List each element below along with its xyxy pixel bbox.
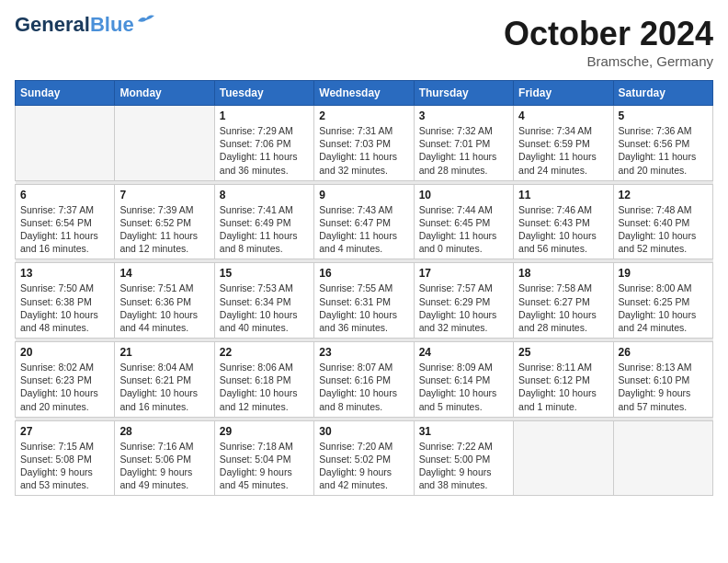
day-info: Sunrise: 7:18 AMSunset: 5:04 PMDaylight:… [220,440,309,492]
day-info: Sunrise: 7:37 AMSunset: 6:54 PMDaylight:… [20,203,109,256]
day-number: 15 [220,267,309,280]
day-number: 9 [319,189,408,201]
day-info: Sunrise: 7:16 AMSunset: 5:06 PMDaylight:… [119,440,209,492]
day-number: 23 [319,346,408,359]
calendar-cell [16,106,115,181]
calendar-cell: 30Sunrise: 7:20 AMSunset: 5:02 PMDayligh… [314,420,414,496]
col-sunday: Sunday [16,81,115,106]
calendar-cell: 15Sunrise: 7:53 AMSunset: 6:34 PMDayligh… [214,263,313,339]
calendar-cell: 28Sunrise: 7:16 AMSunset: 5:06 PMDayligh… [115,420,214,496]
day-number: 7 [119,189,209,201]
day-info: Sunrise: 7:41 AMSunset: 6:49 PMDaylight:… [220,203,309,256]
day-number: 31 [419,425,508,438]
day-number: 22 [220,346,309,359]
day-info: Sunrise: 8:02 AMSunset: 6:23 PMDaylight:… [20,361,109,413]
calendar-week-3: 13Sunrise: 7:50 AMSunset: 6:38 PMDayligh… [16,263,713,339]
day-number: 4 [518,109,608,122]
day-info: Sunrise: 7:36 AMSunset: 6:56 PMDaylight:… [619,124,708,177]
day-number: 18 [518,267,608,280]
day-number: 29 [220,425,309,438]
day-number: 16 [319,267,408,280]
calendar-cell: 11Sunrise: 7:46 AMSunset: 6:43 PMDayligh… [514,184,613,259]
calendar-cell: 27Sunrise: 7:15 AMSunset: 5:08 PMDayligh… [16,420,115,496]
day-number: 8 [220,189,309,201]
calendar-week-1: 1Sunrise: 7:29 AMSunset: 7:06 PMDaylight… [16,106,713,181]
day-number: 3 [419,109,508,122]
day-info: Sunrise: 7:29 AMSunset: 7:06 PMDaylight:… [220,124,309,177]
day-info: Sunrise: 8:04 AMSunset: 6:21 PMDaylight:… [119,361,209,413]
day-info: Sunrise: 7:34 AMSunset: 6:59 PMDaylight:… [518,124,608,177]
day-number: 12 [619,189,708,201]
col-monday: Monday [115,81,214,106]
day-info: Sunrise: 7:39 AMSunset: 6:52 PMDaylight:… [119,203,209,256]
calendar-header-row: Sunday Monday Tuesday Wednesday Thursday… [16,81,713,106]
day-info: Sunrise: 8:11 AMSunset: 6:12 PMDaylight:… [518,361,608,413]
logo-text: GeneralBlue [15,15,134,35]
day-info: Sunrise: 7:22 AMSunset: 5:00 PMDaylight:… [419,440,508,492]
calendar-cell: 5Sunrise: 7:36 AMSunset: 6:56 PMDaylight… [613,106,712,181]
calendar-cell: 8Sunrise: 7:41 AMSunset: 6:49 PMDaylight… [214,184,313,259]
col-saturday: Saturday [613,81,712,106]
day-info: Sunrise: 7:53 AMSunset: 6:34 PMDaylight:… [220,282,309,334]
day-info: Sunrise: 8:09 AMSunset: 6:14 PMDaylight:… [419,361,508,413]
calendar-cell: 24Sunrise: 8:09 AMSunset: 6:14 PMDayligh… [414,342,513,418]
calendar-cell: 9Sunrise: 7:43 AMSunset: 6:47 PMDaylight… [314,184,414,259]
day-info: Sunrise: 7:46 AMSunset: 6:43 PMDaylight:… [518,203,608,256]
calendar-cell: 23Sunrise: 8:07 AMSunset: 6:16 PMDayligh… [314,342,414,418]
day-number: 19 [619,267,708,280]
calendar-cell: 26Sunrise: 8:13 AMSunset: 6:10 PMDayligh… [613,342,712,418]
day-info: Sunrise: 7:43 AMSunset: 6:47 PMDaylight:… [319,203,408,256]
day-info: Sunrise: 7:57 AMSunset: 6:29 PMDaylight:… [419,282,508,334]
day-number: 10 [419,189,508,201]
logo: GeneralBlue [15,15,156,35]
day-number: 21 [119,346,209,359]
day-info: Sunrise: 7:58 AMSunset: 6:27 PMDaylight:… [518,282,608,334]
day-number: 20 [20,346,109,359]
col-tuesday: Tuesday [214,81,313,106]
calendar-cell: 18Sunrise: 7:58 AMSunset: 6:27 PMDayligh… [514,263,613,339]
day-info: Sunrise: 8:00 AMSunset: 6:25 PMDaylight:… [619,282,708,334]
calendar-cell: 12Sunrise: 7:48 AMSunset: 6:40 PMDayligh… [613,184,712,259]
day-info: Sunrise: 8:13 AMSunset: 6:10 PMDaylight:… [619,361,708,413]
calendar-cell: 13Sunrise: 7:50 AMSunset: 6:38 PMDayligh… [16,263,115,339]
calendar-cell: 6Sunrise: 7:37 AMSunset: 6:54 PMDaylight… [16,184,115,259]
calendar-week-5: 27Sunrise: 7:15 AMSunset: 5:08 PMDayligh… [16,420,713,496]
day-number: 26 [619,346,708,359]
day-info: Sunrise: 7:51 AMSunset: 6:36 PMDaylight:… [119,282,209,334]
calendar-cell: 22Sunrise: 8:06 AMSunset: 6:18 PMDayligh… [214,342,313,418]
calendar-cell: 29Sunrise: 7:18 AMSunset: 5:04 PMDayligh… [214,420,313,496]
day-number: 13 [20,267,109,280]
col-thursday: Thursday [414,81,513,106]
col-wednesday: Wednesday [314,81,414,106]
day-number: 6 [20,189,109,201]
day-number: 30 [319,425,408,438]
day-number: 28 [119,425,209,438]
day-number: 25 [518,346,608,359]
location: Bramsche, Germany [504,53,713,69]
calendar-cell [115,106,214,181]
calendar-cell: 19Sunrise: 8:00 AMSunset: 6:25 PMDayligh… [613,263,712,339]
day-number: 17 [419,267,508,280]
calendar-table: Sunday Monday Tuesday Wednesday Thursday… [15,80,713,496]
calendar-cell: 20Sunrise: 8:02 AMSunset: 6:23 PMDayligh… [16,342,115,418]
day-info: Sunrise: 7:32 AMSunset: 7:01 PMDaylight:… [419,124,508,177]
col-friday: Friday [514,81,613,106]
day-info: Sunrise: 8:07 AMSunset: 6:16 PMDaylight:… [319,361,408,413]
day-info: Sunrise: 7:50 AMSunset: 6:38 PMDaylight:… [20,282,109,334]
day-info: Sunrise: 7:44 AMSunset: 6:45 PMDaylight:… [419,203,508,256]
calendar-cell [514,420,613,496]
day-info: Sunrise: 7:48 AMSunset: 6:40 PMDaylight:… [619,203,708,256]
logo-bird-icon [136,14,156,29]
day-info: Sunrise: 8:06 AMSunset: 6:18 PMDaylight:… [220,361,309,413]
calendar-cell: 10Sunrise: 7:44 AMSunset: 6:45 PMDayligh… [414,184,513,259]
calendar-cell: 3Sunrise: 7:32 AMSunset: 7:01 PMDaylight… [414,106,513,181]
day-number: 24 [419,346,508,359]
day-number: 5 [619,109,708,122]
calendar-cell: 7Sunrise: 7:39 AMSunset: 6:52 PMDaylight… [115,184,214,259]
page-header: GeneralBlue October 2024 Bramsche, Germa… [15,15,713,69]
day-info: Sunrise: 7:55 AMSunset: 6:31 PMDaylight:… [319,282,408,334]
calendar-cell: 17Sunrise: 7:57 AMSunset: 6:29 PMDayligh… [414,263,513,339]
calendar-cell: 21Sunrise: 8:04 AMSunset: 6:21 PMDayligh… [115,342,214,418]
calendar-cell: 4Sunrise: 7:34 AMSunset: 6:59 PMDaylight… [514,106,613,181]
calendar-cell: 25Sunrise: 8:11 AMSunset: 6:12 PMDayligh… [514,342,613,418]
